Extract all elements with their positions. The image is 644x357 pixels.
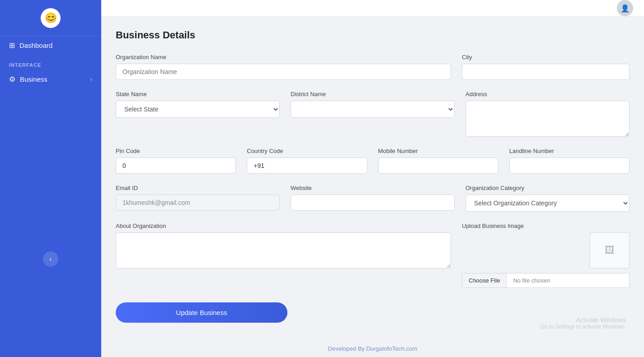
country-code-input[interactable] — [247, 158, 367, 174]
state-label: State Name — [116, 91, 280, 97]
chevron-right-icon: › — [90, 76, 92, 83]
about-group: About Organization — [116, 223, 451, 269]
sidebar: 😊 ⊞ Dashboard Interface ⚙ Business › ‹ — [0, 0, 101, 357]
upload-group: Upload Business Image 🖼 Choose File No f… — [462, 223, 630, 288]
district-label: District Name — [291, 91, 455, 97]
state-select[interactable]: Select State — [116, 101, 280, 118]
logo-icon: 😊 — [41, 8, 61, 28]
org-name-label: Organization Name — [116, 54, 451, 60]
website-input[interactable] — [291, 195, 455, 211]
city-label: City — [462, 54, 630, 60]
landline-label: Landline Number — [509, 148, 630, 154]
website-group: Website — [291, 185, 455, 212]
update-btn-row: Update Business — [116, 299, 630, 323]
pincode-label: Pin Code — [116, 148, 236, 154]
update-business-button[interactable]: Update Business — [116, 302, 287, 323]
form-row-2: State Name Select State District Name Ad… — [116, 91, 630, 137]
avatar-icon: 👤 — [620, 4, 630, 13]
about-label: About Organization — [116, 223, 451, 229]
pincode-input[interactable] — [116, 158, 236, 174]
footer: Developed By DurgaInfoTech.com — [101, 337, 644, 357]
state-group: State Name Select State — [116, 91, 280, 137]
file-input-row: Choose File No file chosen — [462, 273, 630, 288]
email-label: Email ID — [116, 185, 280, 191]
gear-icon: ⚙ — [9, 75, 15, 83]
sidebar-logo: 😊 — [0, 0, 101, 37]
about-input[interactable] — [116, 232, 451, 269]
org-name-input[interactable] — [116, 64, 451, 80]
pincode-group: Pin Code — [116, 148, 236, 174]
email-group: Email ID — [116, 185, 280, 212]
mobile-group: Mobile Number — [378, 148, 498, 174]
address-label: Address — [465, 91, 630, 97]
sidebar-item-label-business: Business — [20, 75, 47, 83]
address-group: Address — [465, 91, 630, 137]
page-content: Business Details Organization Name City … — [101, 17, 644, 337]
form-row-5: About Organization Upload Business Image… — [116, 223, 630, 288]
landline-group: Landline Number — [509, 148, 630, 174]
city-input[interactable] — [462, 64, 630, 80]
file-name-label: No file chosen — [507, 273, 630, 288]
sidebar-item-business[interactable]: ⚙ Business › — [0, 70, 101, 88]
upload-row: 🖼 — [462, 232, 630, 269]
org-category-label: Organization Category — [465, 185, 630, 191]
landline-input[interactable] — [509, 158, 630, 174]
mobile-label: Mobile Number — [378, 148, 498, 154]
address-input[interactable] — [465, 101, 630, 137]
image-icon: 🖼 — [605, 245, 615, 256]
form-row-1: Organization Name City — [116, 54, 630, 80]
footer-link[interactable]: Developed By DurgaInfoTech.com — [328, 345, 417, 352]
country-code-group: Country Code — [247, 148, 367, 174]
country-code-label: Country Code — [247, 148, 367, 154]
sidebar-section-label: Interface — [0, 54, 50, 70]
email-input[interactable] — [116, 195, 280, 211]
mobile-input[interactable] — [378, 158, 498, 174]
main-content: 👤 Business Details Organization Name Cit… — [101, 0, 644, 357]
form-row-3: Pin Code Country Code Mobile Number Land… — [116, 148, 630, 174]
upload-label: Upload Business Image — [462, 223, 630, 229]
website-label: Website — [291, 185, 455, 191]
sidebar-item-label-dashboard: Dashboard — [19, 42, 52, 49]
topbar: 👤 — [101, 0, 644, 17]
page-title: Business Details — [116, 29, 630, 41]
district-group: District Name — [291, 91, 455, 137]
form-row-4: Email ID Website Organization Category S… — [116, 185, 630, 212]
org-category-group: Organization Category Select Organizatio… — [465, 185, 630, 212]
city-group: City — [462, 54, 630, 80]
upload-image-preview: 🖼 — [590, 232, 630, 269]
org-category-select[interactable]: Select Organization Category — [465, 195, 630, 212]
org-name-group: Organization Name — [116, 54, 451, 80]
district-select[interactable] — [291, 101, 455, 118]
sidebar-collapse-button[interactable]: ‹ — [43, 251, 58, 267]
sidebar-item-dashboard[interactable]: ⊞ Dashboard — [0, 37, 101, 54]
grid-icon: ⊞ — [9, 41, 15, 50]
chevron-left-icon: ‹ — [50, 255, 52, 263]
avatar[interactable]: 👤 — [617, 0, 633, 16]
choose-file-button[interactable]: Choose File — [462, 273, 507, 288]
